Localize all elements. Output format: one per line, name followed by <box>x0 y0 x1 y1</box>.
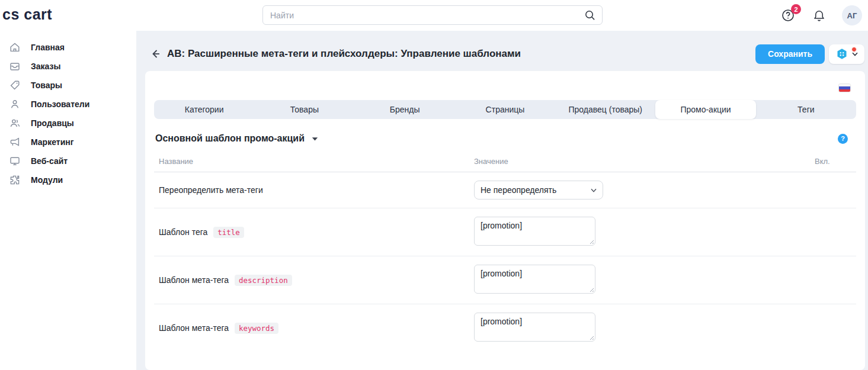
table-row: Шаблон мета-тега description [promotion] <box>154 256 856 304</box>
sidebar: Главная Заказы Товары Пользователи Прода… <box>0 31 136 370</box>
code-badge: title <box>213 227 244 238</box>
settings-table: Название Значение Вкл. Переопределить ме… <box>154 155 856 352</box>
products-icon <box>9 79 21 91</box>
home-icon <box>9 41 21 53</box>
users-icon <box>9 98 21 110</box>
tab-promotions[interactable]: Промо-акции <box>655 100 755 119</box>
sidebar-item-products[interactable]: Товары <box>0 76 136 95</box>
table-row: Шаблон мета-тега keywords [promotion] <box>154 304 856 352</box>
cs-cart-logo[interactable]: cs cart <box>2 6 52 23</box>
code-badge: keywords <box>235 323 278 334</box>
sidebar-item-label: Главная <box>31 43 65 52</box>
table-row: Шаблон тега title [promotion] <box>154 208 856 256</box>
back-arrow-icon[interactable] <box>147 46 164 62</box>
sidebar-item-label: Маркетинг <box>31 137 74 147</box>
help-icon[interactable]: 2 <box>780 8 796 23</box>
cs-cart-admin: cs cart 2 <box>0 0 868 370</box>
sidebar-item-label: Модули <box>31 175 63 185</box>
title-template-textarea[interactable]: [promotion] <box>474 217 595 246</box>
search-input[interactable] <box>262 5 603 25</box>
search-icon[interactable] <box>584 9 595 23</box>
orders-icon <box>9 60 21 72</box>
column-header-enabled: Вкл. <box>810 155 856 172</box>
setting-label: Переопределить мета-теги <box>159 185 263 195</box>
bell-icon[interactable] <box>811 8 827 23</box>
sidebar-item-users[interactable]: Пользователи <box>0 95 136 114</box>
russian-flag-icon[interactable] <box>839 84 850 92</box>
sidebar-item-vendors[interactable]: Продавцы <box>0 114 136 133</box>
tab-pages[interactable]: Страницы <box>455 100 555 119</box>
topbar: cs cart 2 <box>0 0 868 31</box>
addons-menu-button[interactable] <box>829 44 864 64</box>
column-header-value: Значение <box>469 155 810 172</box>
sidebar-item-label: Товары <box>31 81 62 90</box>
marketing-icon <box>9 136 21 148</box>
page-title: АВ: Расширенные мета-теги и плейсхолдеры… <box>167 48 755 60</box>
global-search <box>262 5 603 25</box>
tab-vendor-products[interactable]: Продавец (товары) <box>555 100 655 119</box>
addon-hexagon-icon <box>835 47 848 60</box>
sidebar-item-label: Продавцы <box>31 118 74 128</box>
sidebar-item-label: Пользователи <box>31 99 89 109</box>
tab-categories[interactable]: Категории <box>154 100 254 119</box>
website-icon <box>9 155 21 167</box>
chevron-down-icon <box>591 188 597 192</box>
sidebar-item-orders[interactable]: Заказы <box>0 57 136 76</box>
description-template-textarea[interactable]: [promotion] <box>474 265 595 294</box>
templates-card: Категории Товары Бренды Страницы Продаве… <box>145 71 865 370</box>
save-button[interactable]: Сохранить <box>755 44 825 64</box>
notification-badge: 2 <box>791 4 801 14</box>
keywords-template-textarea[interactable]: [promotion] <box>474 313 595 342</box>
main-area: АВ: Расширенные мета-теги и плейсхолдеры… <box>136 31 868 370</box>
sidebar-item-marketing[interactable]: Маркетинг <box>0 133 136 152</box>
setting-label: Шаблон мета-тега <box>159 275 229 285</box>
setting-label: Шаблон тега <box>159 227 207 237</box>
sidebar-item-addons[interactable]: Модули <box>0 170 136 189</box>
sidebar-item-label: Веб-сайт <box>31 156 68 166</box>
avatar[interactable]: АГ <box>842 5 862 25</box>
section-title: Основной шаблон промо-акций <box>155 133 305 144</box>
tab-tags[interactable]: Теги <box>756 100 856 119</box>
topbar-actions: 2 АГ <box>780 0 862 31</box>
section-collapse-icon[interactable] <box>312 133 318 144</box>
sidebar-item-home[interactable]: Главная <box>0 38 136 57</box>
sidebar-item-website[interactable]: Веб-сайт <box>0 152 136 170</box>
vendors-icon <box>9 117 21 129</box>
page-header: АВ: Расширенные мета-теги и плейсхолдеры… <box>136 31 868 71</box>
override-meta-select[interactable]: Не переопределять <box>474 181 603 200</box>
section-help-icon[interactable]: ? <box>838 134 848 144</box>
chevron-down-icon <box>852 52 858 56</box>
column-header-name: Название <box>154 155 469 172</box>
code-badge: description <box>235 275 292 286</box>
alert-dot <box>851 47 857 52</box>
sidebar-item-label: Заказы <box>31 62 60 71</box>
tab-brands[interactable]: Бренды <box>355 100 455 119</box>
table-row: Переопределить мета-теги Не переопределя… <box>154 172 856 208</box>
setting-label: Шаблон мета-тега <box>159 323 229 333</box>
addons-icon <box>9 174 21 186</box>
object-type-tabs: Категории Товары Бренды Страницы Продаве… <box>154 100 856 119</box>
tab-products[interactable]: Товары <box>254 100 354 119</box>
